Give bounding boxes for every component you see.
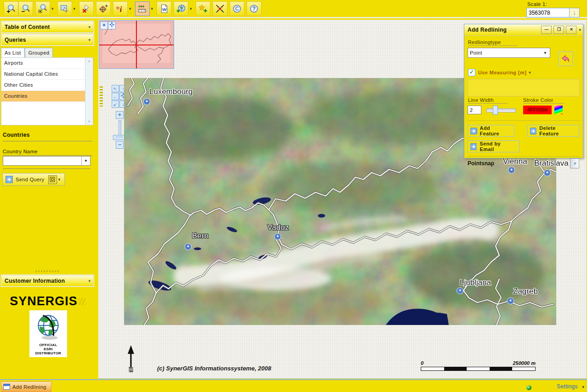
minimize-icon[interactable]: — bbox=[541, 26, 552, 34]
send-query-dropdown[interactable]: ▾ bbox=[57, 177, 62, 182]
panel-header-table-of-content[interactable]: Table of Content ▾ bbox=[1, 21, 94, 33]
svg-text:?: ? bbox=[140, 5, 142, 9]
zoom-out-button[interactable] bbox=[18, 1, 33, 16]
chevron-down-icon: ▾ bbox=[88, 25, 90, 29]
zoom-in-button[interactable] bbox=[4, 1, 18, 16]
add-favorite-button[interactable] bbox=[196, 1, 210, 16]
capital-marker-bratislava: ★ bbox=[544, 169, 551, 176]
overview-move-icon[interactable] bbox=[108, 22, 116, 29]
toc-header-label: Table of Content bbox=[5, 24, 88, 30]
show-coordinates-button[interactable] bbox=[96, 1, 111, 16]
synergis-stripes-icon bbox=[79, 298, 85, 305]
combo-arrow-icon[interactable]: ▼ bbox=[81, 157, 90, 165]
help-button[interactable]: ? bbox=[247, 1, 261, 16]
add-favorite-icon bbox=[198, 4, 208, 14]
restore-icon[interactable]: ❐ bbox=[553, 26, 564, 34]
default-extent-button[interactable] bbox=[213, 1, 227, 16]
pan-west-button[interactable]: ← bbox=[112, 93, 119, 100]
query-item-national-capital-cities[interactable]: National Capital Cities bbox=[1, 69, 85, 80]
scalebar: 0 250000 m bbox=[421, 360, 536, 371]
add-feature-button[interactable]: Add Feature bbox=[468, 125, 514, 137]
query-form-title: Countries bbox=[3, 132, 92, 141]
select-features-button[interactable] bbox=[57, 1, 72, 16]
use-measuring-checkbox[interactable]: ✓ bbox=[468, 69, 475, 76]
scale-apply-button[interactable]: ↓ bbox=[569, 8, 579, 17]
svg-text:?: ? bbox=[252, 6, 255, 12]
color-picker-icon[interactable] bbox=[554, 106, 563, 114]
tab-as-list[interactable]: As List bbox=[1, 48, 25, 58]
map-label-vaduz: Vaduz bbox=[267, 223, 289, 232]
query-item-countries[interactable]: Countries bbox=[1, 91, 85, 102]
scale-input[interactable] bbox=[527, 8, 569, 17]
query-item-other-cities[interactable]: Other Cities bbox=[1, 80, 85, 91]
stroke-color-label: Stroke Color bbox=[523, 97, 564, 104]
query-list-scrollbar[interactable]: ▲ ▼ bbox=[85, 58, 93, 125]
zoom-slider-track[interactable] bbox=[119, 120, 121, 136]
panel-drag-grip[interactable] bbox=[35, 270, 60, 272]
pan-southwest-button[interactable]: ↙ bbox=[112, 101, 119, 108]
taskbar-item-label: Add Redlining bbox=[12, 384, 46, 390]
zoom-window-button[interactable] bbox=[35, 1, 50, 16]
panel-header-customer-information[interactable]: Customer Information ▾ bbox=[1, 275, 94, 286]
add-redlining-dialog: Add Redlining — ❐ ✕ ▾ Redliningtype Poin… bbox=[464, 24, 583, 158]
identify-dropdown[interactable]: ▾ bbox=[128, 6, 133, 11]
copyright-button[interactable]: C bbox=[230, 1, 244, 16]
send-query-button[interactable]: Send Query ▾ bbox=[2, 173, 65, 186]
send-query-label: Send Query bbox=[16, 177, 45, 182]
divider bbox=[3, 168, 90, 169]
line-width-slider-handle[interactable] bbox=[493, 106, 498, 115]
select-features-dropdown[interactable]: ▾ bbox=[72, 6, 77, 11]
pointsnap-expand-icon[interactable]: » bbox=[570, 158, 579, 168]
capital-marker-ljubljana: ★ bbox=[457, 287, 463, 294]
line-width-input[interactable] bbox=[468, 106, 481, 114]
tab-grouped[interactable]: Grouped bbox=[25, 48, 53, 58]
settings-menu[interactable]: Settings ▾ bbox=[557, 383, 584, 390]
customer-header-label: Customer Information bbox=[5, 278, 88, 284]
zoom-in-slider-button[interactable]: + bbox=[116, 111, 124, 119]
zoom-window-dropdown[interactable]: ▾ bbox=[50, 6, 55, 11]
help-icon: ? bbox=[249, 4, 259, 14]
pan-northwest-button[interactable]: ↖ bbox=[112, 85, 119, 92]
zoom-out-slider-button[interactable]: − bbox=[116, 141, 124, 149]
country-name-input[interactable] bbox=[3, 157, 81, 165]
send-by-email-button[interactable]: Send by Email bbox=[468, 140, 519, 152]
overview-map[interactable]: ✕ bbox=[99, 20, 174, 69]
taskbar-item-add-redlining[interactable]: Add Redlining bbox=[1, 381, 51, 392]
identify-button[interactable]: i bbox=[113, 1, 128, 16]
add-web-layer-dropdown[interactable]: ▾ bbox=[188, 6, 193, 11]
scroll-up-icon[interactable]: ▲ bbox=[85, 58, 93, 64]
query-item-airports[interactable]: Airports bbox=[1, 58, 85, 69]
measure-button[interactable]: ? bbox=[135, 1, 150, 16]
divider bbox=[467, 156, 580, 157]
redliningtype-select[interactable]: Point ▼ bbox=[468, 48, 550, 58]
add-web-layer-button[interactable] bbox=[174, 1, 188, 16]
dialog-titlebar[interactable]: Add Redlining — ❐ ✕ ▾ bbox=[464, 24, 583, 36]
measure-dropdown[interactable]: ▾ bbox=[150, 6, 155, 11]
line-width-slider[interactable] bbox=[486, 108, 516, 112]
zoom-slider-handle[interactable] bbox=[113, 135, 125, 140]
go-arrow-icon bbox=[470, 143, 477, 150]
undo-button[interactable] bbox=[558, 51, 573, 66]
esri-distributor-logo: OFFICIAL ESRI DISTRIBUTOR bbox=[29, 310, 67, 357]
overview-close-icon[interactable]: ✕ bbox=[100, 22, 108, 29]
zoom-to-result-icon[interactable] bbox=[48, 175, 57, 184]
select-arrow-icon: ▼ bbox=[541, 51, 550, 55]
close-icon[interactable]: ✕ bbox=[566, 26, 576, 34]
export-document-button[interactable]: W bbox=[157, 1, 171, 16]
svg-text:C: C bbox=[235, 6, 239, 12]
svg-text:W: W bbox=[162, 6, 167, 11]
delete-feature-button[interactable]: Delete Feature bbox=[527, 125, 579, 137]
add-web-layer-icon bbox=[176, 4, 186, 14]
clear-selection-button[interactable] bbox=[79, 1, 94, 16]
stroke-color-swatch[interactable]: #FF0000 bbox=[523, 106, 552, 114]
measuring-unit-dropdown[interactable]: ▾ bbox=[529, 70, 531, 75]
splitter-grip[interactable] bbox=[100, 86, 103, 106]
statusbar: Add Redlining Settings ▾ bbox=[0, 379, 587, 392]
scroll-down-icon[interactable]: ▼ bbox=[85, 118, 93, 125]
dialog-menu-icon[interactable]: ▾ bbox=[579, 28, 581, 32]
panel-header-queries[interactable]: Queries ▾ bbox=[1, 34, 94, 45]
esri-official-label: OFFICIAL bbox=[30, 343, 66, 347]
scale-box: Scale 1: ↓ bbox=[526, 1, 580, 17]
map-label-bern: Bern bbox=[192, 231, 209, 241]
connection-status-icon bbox=[526, 385, 531, 390]
